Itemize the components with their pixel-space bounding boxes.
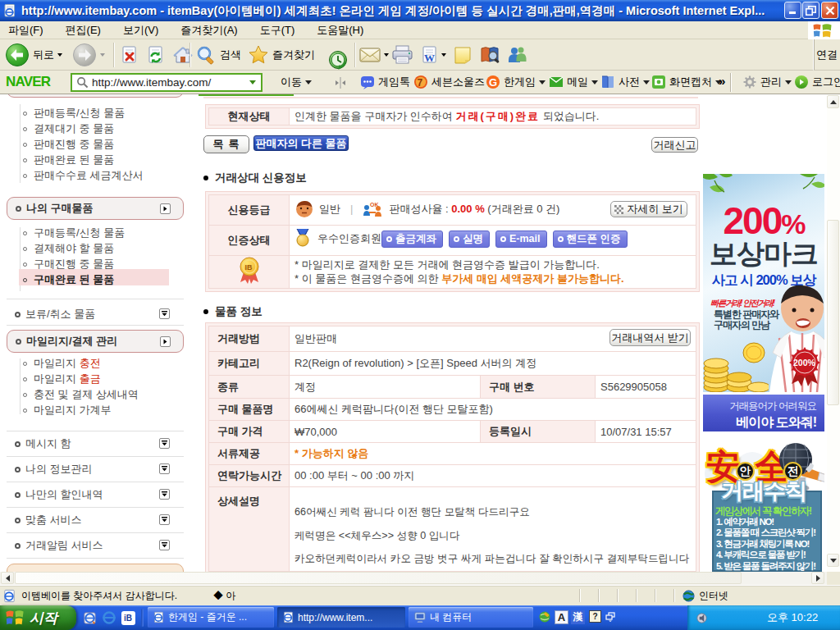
- svg-text:G: G: [489, 76, 497, 89]
- svg-text:200%: 200%: [793, 358, 816, 368]
- svg-text:W: W: [424, 52, 435, 64]
- svg-text:7: 7: [418, 77, 423, 89]
- svg-text:IB: IB: [244, 263, 253, 272]
